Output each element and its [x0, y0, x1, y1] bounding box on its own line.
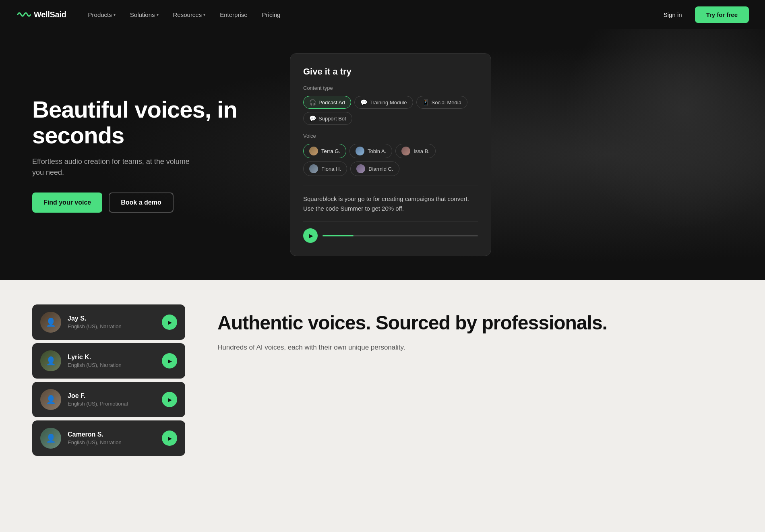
avatar-issa	[401, 147, 410, 155]
voice-list: 👤 Jay S. English (US), Narration ▶ 👤 Lyr…	[32, 304, 185, 456]
demo-text-area: Squareblock is your go to for creating c…	[303, 186, 478, 213]
lower-section: 👤 Jay S. English (US), Narration ▶ 👤 Lyr…	[0, 280, 765, 480]
pill-support-bot[interactable]: 💬 Support Bot	[303, 112, 352, 125]
voice-label: Voice	[303, 133, 478, 139]
authentic-subtitle: Hundreds of AI voices, each with their o…	[217, 342, 733, 353]
find-voice-button[interactable]: Find your voice	[32, 193, 102, 213]
pill-training-module[interactable]: 💬 Training Module	[354, 96, 413, 109]
voice-terra[interactable]: Terra G.	[303, 144, 346, 158]
avatar-diarmid	[356, 164, 365, 173]
voice-desc-lyric: English (US), Narration	[68, 362, 155, 368]
voice-info-lyric: Lyric K. English (US), Narration	[68, 354, 155, 368]
try-free-button[interactable]: Try for free	[695, 6, 749, 23]
bot-icon: 💬	[309, 115, 316, 122]
avatar-fiona	[309, 164, 318, 173]
voice-name-jay: Jay S.	[68, 315, 155, 322]
play-joe-button[interactable]: ▶	[162, 392, 177, 407]
voice-desc-joe: English (US), Promotional	[68, 401, 155, 407]
play-button[interactable]: ▶	[303, 228, 318, 243]
chevron-down-icon: ▾	[114, 12, 116, 17]
logo-icon	[16, 10, 31, 19]
voice-info-joe: Joe F. English (US), Promotional	[68, 392, 155, 407]
avatar-tobin	[356, 147, 364, 155]
audio-player: ▶	[303, 221, 478, 243]
pill-social-media[interactable]: 📱 Social Media	[416, 96, 467, 109]
avatar-cameron: 👤	[40, 428, 61, 449]
podcast-icon: 🎧	[309, 99, 316, 106]
authentic-title: Authentic voices. Sourced by professiona…	[217, 313, 733, 334]
nav-resources[interactable]: Resources ▾	[167, 8, 211, 21]
voice-fiona[interactable]: Fiona H.	[303, 161, 347, 176]
voice-card-lyric[interactable]: 👤 Lyric K. English (US), Narration ▶	[32, 343, 185, 379]
logo-text: WellSaid	[34, 10, 66, 19]
voice-card-joe[interactable]: 👤 Joe F. English (US), Promotional ▶	[32, 382, 185, 417]
play-icon: ▶	[168, 319, 172, 325]
voice-name-lyric: Lyric K.	[68, 354, 155, 361]
demo-card-title: Give it a try	[303, 66, 478, 77]
sign-in-button[interactable]: Sign in	[657, 8, 688, 21]
training-icon: 💬	[360, 99, 367, 106]
hero-title: Beautiful voices, in seconds	[32, 97, 258, 148]
voice-card-jay[interactable]: 👤 Jay S. English (US), Narration ▶	[32, 304, 185, 340]
navbar: WellSaid Products ▾ Solutions ▾ Resource…	[0, 0, 765, 29]
nav-right: Sign in Try for free	[657, 6, 749, 23]
nav-pricing[interactable]: Pricing	[256, 8, 286, 21]
voice-diarmid[interactable]: Diarmid C.	[350, 161, 399, 176]
nav-enterprise[interactable]: Enterprise	[214, 8, 253, 21]
play-lyric-button[interactable]: ▶	[162, 353, 177, 368]
social-icon: 📱	[422, 99, 429, 106]
content-type-pills: 🎧 Podcast Ad 💬 Training Module 📱 Social …	[303, 96, 478, 125]
demo-card: Give it a try Content type 🎧 Podcast Ad …	[290, 53, 491, 256]
hero-buttons: Find your voice Book a demo	[32, 193, 258, 213]
hero-subtitle: Effortless audio creation for teams, at …	[32, 156, 193, 178]
voice-name-joe: Joe F.	[68, 392, 155, 400]
nav-products[interactable]: Products ▾	[83, 8, 121, 21]
hero-section: Beautiful voices, in seconds Effortless …	[0, 29, 765, 280]
chevron-down-icon: ▾	[157, 12, 159, 17]
nav-solutions[interactable]: Solutions ▾	[124, 8, 164, 21]
voice-info-jay: Jay S. English (US), Narration	[68, 315, 155, 329]
play-icon: ▶	[309, 232, 313, 239]
play-cameron-button[interactable]: ▶	[162, 431, 177, 446]
voice-desc-cameron: English (US), Narration	[68, 439, 155, 445]
logo[interactable]: WellSaid	[16, 10, 66, 19]
voice-pills: Terra G. Tobin A. Issa B. Fiona H. Diarm…	[303, 144, 478, 176]
voice-card-cameron[interactable]: 👤 Cameron S. English (US), Narration ▶	[32, 420, 185, 456]
hero-left: Beautiful voices, in seconds Effortless …	[32, 97, 258, 213]
avatar-lyric: 👤	[40, 350, 61, 371]
play-icon: ▶	[168, 435, 172, 441]
voice-tobin[interactable]: Tobin A.	[349, 144, 392, 158]
book-demo-button[interactable]: Book a demo	[109, 193, 173, 213]
voice-name-cameron: Cameron S.	[68, 431, 155, 438]
play-jay-button[interactable]: ▶	[162, 315, 177, 330]
content-type-label: Content type	[303, 85, 478, 91]
nav-links: Products ▾ Solutions ▾ Resources ▾ Enter…	[83, 8, 657, 21]
pill-podcast-ad[interactable]: 🎧 Podcast Ad	[303, 96, 351, 109]
avatar-terra	[309, 147, 318, 155]
avatar-jay: 👤	[40, 312, 61, 333]
play-icon: ▶	[168, 397, 172, 403]
waveform[interactable]	[323, 235, 478, 236]
voice-issa[interactable]: Issa B.	[395, 144, 436, 158]
demo-text: Squareblock is your go to for creating c…	[303, 194, 478, 213]
authentic-section: Authentic voices. Sourced by professiona…	[217, 304, 733, 353]
play-icon: ▶	[168, 358, 172, 364]
chevron-down-icon: ▾	[203, 12, 205, 17]
avatar-joe: 👤	[40, 389, 61, 410]
voice-desc-jay: English (US), Narration	[68, 323, 155, 329]
hero-right: Give it a try Content type 🎧 Podcast Ad …	[290, 53, 491, 256]
voice-info-cameron: Cameron S. English (US), Narration	[68, 431, 155, 445]
